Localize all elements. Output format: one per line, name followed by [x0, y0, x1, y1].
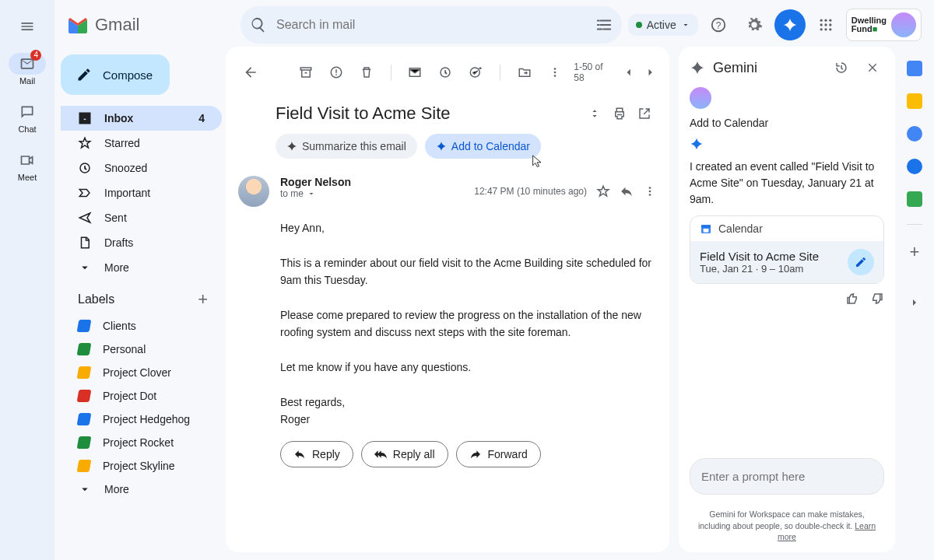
mail-badge: 4	[30, 50, 41, 61]
reply-label: Reply	[312, 448, 340, 460]
svg-point-5	[820, 23, 822, 26]
mark-unread-button[interactable]	[404, 61, 427, 84]
nav-starred[interactable]: Starred	[61, 131, 222, 156]
gmail-logo[interactable]: Gmail	[67, 15, 234, 35]
delete-button[interactable]	[356, 61, 378, 84]
gemini-context-text: Add to Calendar	[690, 117, 884, 129]
nav-more-label: More	[104, 261, 129, 274]
more-actions-button[interactable]	[543, 61, 566, 84]
apps-button[interactable]	[810, 9, 841, 40]
side-app-voice[interactable]	[907, 191, 922, 207]
nav-important[interactable]: Important	[61, 180, 222, 205]
message-more-button[interactable]	[643, 184, 657, 198]
rail-mail-label: Mail	[19, 76, 35, 86]
nav-snoozed-label: Snoozed	[104, 162, 147, 174]
side-rail-collapse[interactable]	[908, 296, 921, 309]
gemini-edit-event-button[interactable]	[848, 249, 874, 275]
nav-more[interactable]: More	[61, 255, 222, 280]
back-button[interactable]	[238, 59, 264, 86]
gmail-logo-icon	[67, 16, 89, 33]
label-row[interactable]: Clients	[61, 314, 222, 338]
status-chip[interactable]: Active	[628, 14, 698, 36]
svg-point-4	[829, 19, 831, 22]
sender-name: Roger Nelson	[280, 176, 463, 188]
gemini-button[interactable]	[774, 9, 806, 40]
label-row[interactable]: Personal	[61, 338, 222, 361]
svg-point-19	[649, 187, 651, 189]
reply-button[interactable]: Reply	[280, 441, 353, 467]
gemini-prompt-input[interactable]	[701, 470, 873, 483]
message-time: 12:47 PM (10 minutes ago)	[474, 186, 587, 197]
sender-avatar[interactable]	[238, 176, 269, 207]
gemini-calendar-card[interactable]: Calendar Field Visit to Acme Site Tue, J…	[690, 215, 884, 284]
org-switcher[interactable]: DwellingFund■	[846, 9, 922, 41]
search-input[interactable]	[267, 18, 595, 32]
history-icon	[834, 61, 848, 75]
help-icon: ?	[710, 16, 727, 33]
account-avatar[interactable]	[891, 12, 916, 37]
folder-move-icon	[518, 65, 532, 79]
gemini-prompt-box[interactable]	[690, 458, 884, 495]
help-button[interactable]: ?	[703, 9, 734, 40]
label-swatch	[77, 390, 92, 402]
search-options-icon[interactable]	[595, 16, 613, 33]
label-row[interactable]: Project Rocket	[61, 431, 222, 454]
chevron-down-icon[interactable]	[307, 189, 316, 198]
snooze-button[interactable]	[434, 61, 457, 84]
search-bar[interactable]	[241, 6, 622, 44]
main-menu-button[interactable]	[12, 11, 43, 42]
summarize-chip[interactable]: Summarize this email	[276, 134, 417, 159]
side-app-contacts[interactable]	[907, 159, 922, 174]
gemini-history-button[interactable]	[830, 56, 853, 79]
important-icon	[78, 186, 92, 200]
add-task-button[interactable]	[465, 61, 487, 84]
move-button[interactable]	[513, 61, 535, 84]
nav-snoozed[interactable]: Snoozed	[61, 156, 222, 180]
compose-button[interactable]: Compose	[61, 54, 170, 95]
reply-all-button[interactable]: Reply all	[361, 441, 448, 467]
side-app-calendar[interactable]	[907, 61, 922, 76]
apps-grid-icon	[818, 17, 834, 33]
nav-drafts[interactable]: Drafts	[61, 230, 222, 255]
rail-meet-label: Meet	[18, 173, 37, 182]
thumbs-down-button[interactable]	[870, 292, 884, 306]
side-app-keep[interactable]	[907, 93, 922, 109]
forward-button[interactable]: Forward	[456, 441, 541, 467]
spam-button[interactable]	[325, 61, 348, 84]
side-app-add[interactable]: +	[910, 242, 920, 262]
mail-icon	[408, 65, 422, 79]
nav-starred-label: Starred	[104, 137, 140, 149]
svg-point-17	[553, 72, 556, 74]
side-app-tasks[interactable]	[907, 126, 922, 142]
open-new-window-button[interactable]	[632, 101, 657, 126]
add-label-button[interactable]: +	[198, 289, 208, 310]
add-to-calendar-chip[interactable]: Add to Calendar	[425, 134, 541, 159]
chevron-down-icon	[78, 261, 92, 275]
nav-inbox[interactable]: Inbox 4	[61, 106, 222, 131]
chevron-right-icon	[908, 296, 921, 309]
page-next-button[interactable]	[644, 65, 657, 79]
nav-sent[interactable]: Sent	[61, 205, 222, 230]
print-button[interactable]	[607, 101, 632, 126]
expand-collapse-button[interactable]	[582, 101, 607, 126]
page-prev-button[interactable]	[622, 65, 635, 79]
labels-header: Labels	[78, 292, 114, 306]
label-row[interactable]: Project Skyline	[61, 454, 222, 478]
labels-more[interactable]: More	[61, 478, 222, 501]
label-row[interactable]: Project Clover	[61, 361, 222, 384]
star-button[interactable]	[596, 184, 610, 198]
rail-meet[interactable]: Meet	[9, 145, 46, 187]
svg-rect-24	[704, 229, 709, 233]
label-row[interactable]: Project Dot	[61, 384, 222, 408]
rail-chat[interactable]: Chat	[9, 96, 46, 138]
label-row[interactable]: Project Hedgehog	[61, 408, 222, 431]
gemini-close-button[interactable]	[861, 56, 884, 79]
settings-button[interactable]	[739, 9, 770, 40]
thumbs-up-button[interactable]	[845, 292, 859, 306]
spark-icon	[286, 141, 297, 152]
archive-button[interactable]	[294, 61, 317, 84]
rail-mail[interactable]: 4 Mail	[9, 48, 46, 90]
gemini-spark-icon	[690, 60, 705, 75]
gear-icon	[746, 16, 763, 33]
reply-icon-button[interactable]	[620, 184, 634, 198]
